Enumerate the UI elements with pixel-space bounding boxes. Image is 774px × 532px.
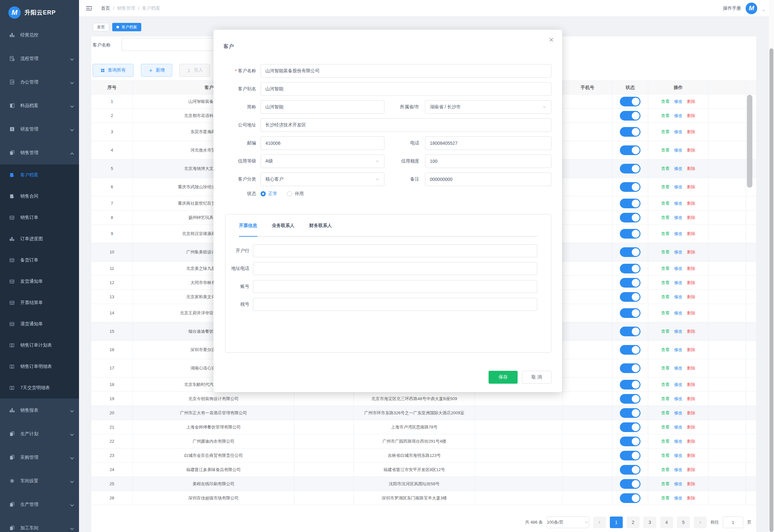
- sidebar-item-13[interactable]: 退货通知单: [0, 313, 79, 335]
- view-link[interactable]: 查看: [661, 200, 670, 207]
- delete-link[interactable]: 删除: [687, 410, 695, 416]
- edit-link[interactable]: 修改: [674, 381, 682, 388]
- status-toggle[interactable]: [620, 380, 640, 389]
- edit-link[interactable]: 修改: [674, 347, 682, 353]
- sidebar-item-4[interactable]: 研发管理: [0, 117, 79, 141]
- bank-input[interactable]: [253, 244, 537, 257]
- sidebar-item-0[interactable]: 经营总控: [0, 23, 79, 47]
- chevron-down-icon[interactable]: [69, 56, 73, 61]
- view-link[interactable]: 查看: [661, 481, 670, 487]
- manual-link[interactable]: 操作手册: [723, 5, 741, 11]
- status-toggle[interactable]: [620, 394, 640, 404]
- status-toggle[interactable]: [620, 213, 640, 222]
- edit-link[interactable]: 修改: [674, 165, 682, 172]
- delete-link[interactable]: 删除: [687, 452, 695, 459]
- view-link[interactable]: 查看: [661, 452, 670, 459]
- page-button-4[interactable]: 4: [660, 517, 673, 528]
- delete-link[interactable]: 删除: [687, 280, 695, 286]
- page-scrollbar-thumb[interactable]: [769, 48, 773, 532]
- page-scrollbar[interactable]: [769, 0, 774, 532]
- view-link[interactable]: 查看: [661, 365, 670, 371]
- avatar[interactable]: M: [746, 3, 757, 14]
- collapse-sidebar-icon[interactable]: [85, 5, 93, 12]
- delete-link[interactable]: 删除: [687, 147, 695, 153]
- status-toggle[interactable]: [620, 127, 640, 137]
- view-link[interactable]: 查看: [661, 165, 670, 172]
- delete-link[interactable]: 删除: [687, 214, 695, 221]
- table-row[interactable]: 21上海金师傅餐饮管理有限公司上海市卢湾区思南路78号查看修改删除: [91, 420, 757, 434]
- sidebar-item-3[interactable]: 料品档案: [0, 94, 79, 117]
- zip-input[interactable]: [261, 136, 384, 150]
- status-toggle[interactable]: [620, 408, 640, 418]
- sidebar-item-11[interactable]: 发货通知单: [0, 271, 79, 292]
- short-name-input[interactable]: [261, 100, 384, 114]
- view-link[interactable]: 查看: [661, 381, 670, 388]
- view-link[interactable]: 查看: [661, 231, 670, 237]
- status-toggle[interactable]: [620, 451, 640, 460]
- remark-input[interactable]: [425, 172, 551, 186]
- close-icon[interactable]: ×: [549, 35, 554, 44]
- sidebar-item-1[interactable]: 流程管理: [0, 47, 79, 70]
- edit-link[interactable]: 修改: [674, 467, 682, 473]
- edit-link[interactable]: 修改: [674, 310, 682, 316]
- cancel-button[interactable]: 取 消: [522, 371, 551, 384]
- status-toggle[interactable]: [620, 465, 640, 475]
- view-link[interactable]: 查看: [661, 214, 670, 221]
- sidebar-item-6[interactable]: 客户档案: [0, 164, 79, 186]
- edit-link[interactable]: 修改: [674, 265, 682, 272]
- view-link[interactable]: 查看: [661, 310, 670, 316]
- view-link[interactable]: 查看: [661, 184, 670, 190]
- edit-link[interactable]: 修改: [674, 113, 682, 119]
- edit-link[interactable]: 修改: [674, 495, 682, 501]
- save-button[interactable]: 保存: [489, 371, 518, 384]
- status-toggle[interactable]: [620, 247, 640, 257]
- table-row[interactable]: 24福建晋江多美味食品有限公司福建省晋江市安平开发区8区12号查看修改删除: [91, 463, 757, 477]
- table-row[interactable]: 25美程在线印刷有限公司沈阳市沈河区风雨坛街58号查看修改删除: [91, 477, 757, 491]
- sidebar-item-10[interactable]: 备货订单: [0, 250, 79, 271]
- edit-link[interactable]: 修改: [674, 214, 682, 221]
- query-all-button[interactable]: 查询所有: [93, 64, 134, 77]
- page-button-2[interactable]: 2: [627, 517, 640, 528]
- page-size-select[interactable]: 100条/页: [547, 517, 589, 528]
- delete-link[interactable]: 删除: [687, 396, 695, 402]
- table-row[interactable]: 19北京今朝装饰设计有限公司北京市海淀区北三环西路48号中鼎大厦B座509查看修…: [91, 392, 757, 406]
- view-link[interactable]: 查看: [661, 424, 670, 430]
- sidebar-item-16[interactable]: 7天交货明细表: [0, 377, 79, 399]
- delete-link[interactable]: 删除: [687, 200, 695, 207]
- page-tab-1[interactable]: 客户档案: [112, 23, 141, 31]
- sidebar-item-22[interactable]: 加工车间: [0, 516, 79, 532]
- view-link[interactable]: 查看: [661, 113, 670, 119]
- chevron-down-icon[interactable]: [69, 502, 73, 507]
- view-link[interactable]: 查看: [661, 347, 670, 353]
- status-toggle[interactable]: [620, 422, 640, 432]
- table-row[interactable]: 26深圳百佳超级市场有限公司深圳市罗湖区东门南路宝丰大厦3楼查看修改删除: [91, 491, 757, 505]
- next-page-button[interactable]: [694, 517, 707, 528]
- delete-link[interactable]: 删除: [687, 165, 695, 172]
- edit-link[interactable]: 修改: [674, 98, 682, 105]
- edit-link[interactable]: 修改: [674, 424, 682, 430]
- delete-link[interactable]: 删除: [687, 481, 695, 487]
- view-link[interactable]: 查看: [661, 396, 670, 402]
- edit-link[interactable]: 修改: [674, 147, 682, 153]
- account-input[interactable]: [253, 280, 537, 293]
- edit-link[interactable]: 修改: [674, 410, 682, 416]
- tax-number-input[interactable]: [253, 298, 537, 311]
- sidebar-item-21[interactable]: 生产管理: [0, 493, 79, 516]
- edit-link[interactable]: 修改: [674, 328, 682, 335]
- delete-link[interactable]: 删除: [687, 98, 695, 105]
- page-tab-0[interactable]: 首页: [93, 23, 109, 31]
- delete-link[interactable]: 删除: [687, 310, 695, 316]
- status-toggle[interactable]: [620, 278, 640, 288]
- status-toggle[interactable]: [620, 111, 640, 121]
- table-row[interactable]: 23白城市金百合商贸有限责任公司吉林省白城市海明东路123号查看修改删除: [91, 448, 757, 463]
- edit-link[interactable]: 修改: [674, 280, 682, 286]
- sidebar-item-18[interactable]: 生产计划: [0, 422, 79, 446]
- delete-link[interactable]: 删除: [687, 467, 695, 473]
- sidebar-item-2[interactable]: 办公管理: [0, 70, 79, 94]
- chevron-down-icon[interactable]: [69, 80, 73, 84]
- status-toggle[interactable]: [620, 308, 640, 318]
- status-toggle[interactable]: [620, 327, 640, 336]
- breadcrumb-sales[interactable]: 销售管理: [117, 5, 135, 11]
- chevron-down-icon[interactable]: [69, 432, 73, 436]
- goto-page-input[interactable]: [723, 517, 743, 528]
